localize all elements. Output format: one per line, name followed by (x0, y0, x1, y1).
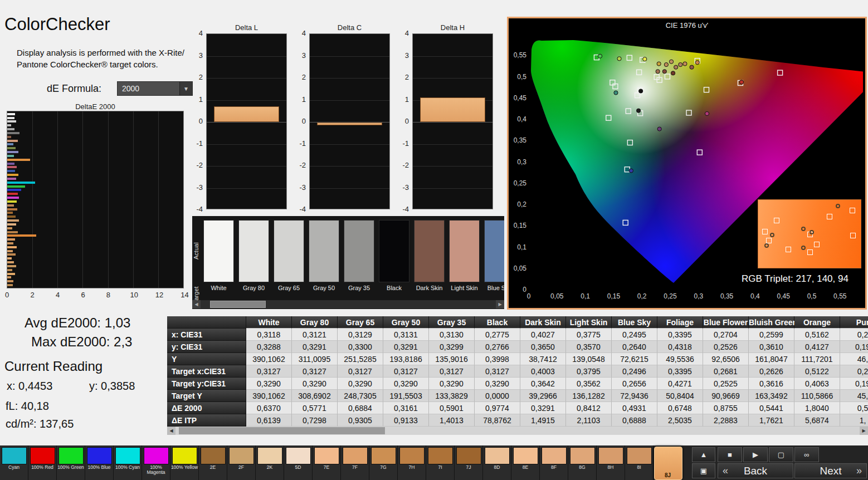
table-cell: 139,0548 (566, 353, 612, 365)
x-tick-label: 0,45 (777, 292, 790, 300)
table-cell: 0,3290 (383, 378, 429, 390)
toolbar-patch-button[interactable]: 8I (625, 445, 654, 480)
measured-marker (657, 127, 661, 131)
gridline (310, 78, 389, 79)
next-button[interactable]: Next» (794, 463, 867, 478)
toolbar-patch-button[interactable]: 100% Blue (85, 445, 114, 480)
table-cell: 0,4318 (657, 341, 703, 353)
toolbar-patch-button[interactable]: 2K (256, 445, 284, 480)
table-cell: 251,5285 (338, 353, 383, 365)
toolbar-patch-button[interactable]: 8J (654, 445, 682, 480)
measured-marker (639, 89, 643, 93)
table-cell: 0,3121 (292, 329, 338, 341)
play-button[interactable]: ▶ (743, 447, 768, 462)
deltae-bar (7, 219, 19, 222)
toolbar-patch-button[interactable]: 8F (540, 445, 568, 480)
toolbar-patch-button[interactable]: 2F (227, 445, 256, 480)
loop-button[interactable]: ∞ (794, 447, 819, 462)
table-cell: 0,3610 (749, 341, 794, 353)
toolbar-patch-button[interactable]: 8G (568, 445, 597, 480)
gridline (413, 166, 492, 166)
measured-marker (801, 227, 806, 231)
scroll-right-button[interactable]: ▶ (496, 300, 504, 308)
toolbar-patch-button[interactable]: 2E (199, 445, 227, 480)
patch-button-label: 7G (369, 465, 397, 470)
x-tick-label: 0,35 (720, 292, 733, 300)
display-button[interactable]: ▣ (692, 463, 715, 478)
patch-label: Gray 35 (344, 285, 374, 291)
toolbar-patch-button[interactable]: 8H (597, 445, 625, 480)
table-cell: 390,1062 (246, 353, 292, 365)
toolbar-patch-button[interactable]: 7I (426, 445, 455, 480)
scroll-up-button[interactable]: ▲ (692, 447, 715, 462)
table-cell: 0,2640 (612, 341, 657, 353)
measured-marker (671, 71, 675, 75)
row-label: x: CIE31 (167, 329, 246, 341)
toolbar-patch-button[interactable]: 100% Magenta (142, 445, 170, 480)
x-tick-label: 0,05 (550, 292, 563, 300)
table-cell: 0,3118 (246, 329, 292, 341)
column-header: Light Skin (566, 316, 612, 329)
scroll-thumb[interactable] (179, 427, 385, 434)
delta-bar (214, 106, 279, 122)
frame-button[interactable]: ▢ (769, 447, 793, 462)
scroll-thumb[interactable] (210, 301, 266, 308)
patch-label: Dark Skin (414, 285, 445, 291)
toolbar-patch-button[interactable]: 8D (483, 445, 511, 480)
toolbar-patch-button[interactable]: 8E (511, 445, 540, 480)
measured-marker (656, 70, 660, 74)
toolbar-patch-button[interactable]: 7J (455, 445, 483, 480)
table-cell: 0,2 (840, 365, 868, 378)
toolbar-patch-button[interactable]: Cyan (0, 445, 28, 480)
scroll-left-button[interactable]: ◀ (192, 300, 201, 308)
deltae-bar (7, 182, 35, 184)
target-marker (762, 229, 768, 234)
scroll-left-button[interactable]: ◀ (167, 427, 175, 435)
target-marker (774, 218, 779, 223)
patch-button-color (399, 447, 425, 464)
table-cell: 0,5 (840, 402, 868, 414)
de-formula-value: 2000 (118, 84, 179, 93)
toolbar-patch-button[interactable]: 5D (284, 445, 313, 480)
back-button[interactable]: «Back (718, 463, 793, 478)
toolbar-patch-button[interactable]: 7G (369, 445, 398, 480)
gridline (413, 56, 492, 57)
patch-swatch: Gray 50 (309, 220, 339, 291)
deltae-bar (7, 128, 14, 130)
toolbar-patch-button[interactable]: 100% Green (57, 445, 85, 480)
table-cell: 0,3290 (475, 378, 520, 390)
table-cell: 0,3290 (292, 378, 338, 390)
x-tick-label: 0,1 (581, 292, 590, 300)
scroll-right-button[interactable]: ▶ (860, 427, 868, 435)
table-cell: 0,9133 (383, 414, 429, 427)
deltae-bar (7, 276, 11, 278)
gridline (207, 78, 286, 79)
toolbar-patch-button[interactable]: 100% Red (28, 445, 57, 480)
patch-button-label: 8G (568, 465, 596, 470)
toolbar-patch-button[interactable]: 7H (398, 445, 426, 480)
table-cell: 0,3127 (475, 365, 520, 378)
row-label: Target Y (167, 390, 246, 402)
patch-label: Gray 65 (274, 285, 304, 291)
deltae-bar (7, 227, 12, 229)
toolbar-patch-button[interactable]: 7F (341, 445, 369, 480)
toolbar-patch-button[interactable]: 100% Cyan (114, 445, 142, 480)
delta-l-chart: Delta L 43210-1-2-3-4 (189, 23, 289, 219)
toolbar-patch-button[interactable]: 100% Yellow (170, 445, 199, 480)
table-row: Target Y390,1062308,6902248,7305191,5503… (167, 390, 868, 402)
cie-zoom-inset (758, 199, 861, 268)
description-line-2: Pantone ColorChecker® target colors. (17, 58, 184, 70)
y-tick-label: 0 (396, 117, 409, 125)
y-tick-label: -2 (292, 161, 306, 169)
de-formula-dropdown[interactable]: 2000 ▼ (117, 81, 193, 96)
table-cell: 193,8186 (383, 353, 429, 365)
table-cell: 308,6902 (292, 390, 338, 402)
x-tick-label: 0,15 (607, 292, 620, 300)
toolbar-patch-button[interactable]: 7E (313, 445, 341, 480)
table-row: x: CIE310,31180,31210,31290,31310,31300,… (167, 329, 868, 341)
target-marker (786, 247, 791, 252)
table-cell: 0,3775 (566, 329, 612, 341)
patch-button-label: 2K (256, 465, 284, 470)
stop-button[interactable]: ■ (718, 447, 742, 462)
deltae-bar (7, 132, 19, 134)
